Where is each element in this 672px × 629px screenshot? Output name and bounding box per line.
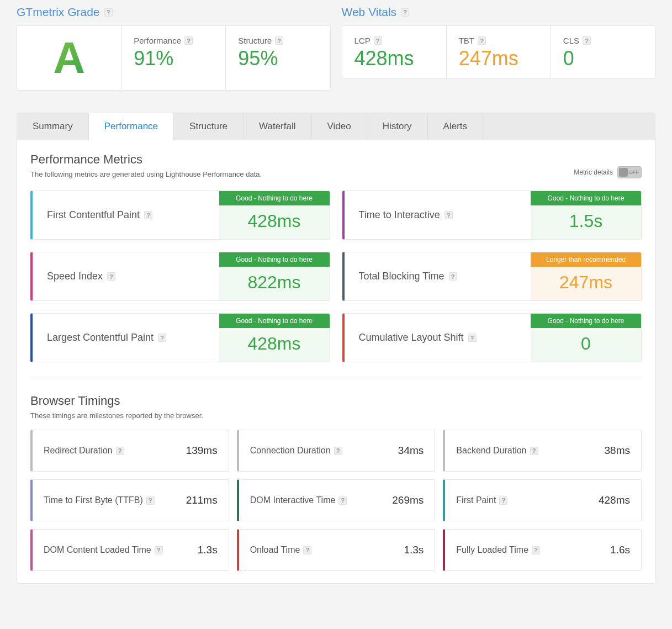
help-icon[interactable]: ? — [184, 36, 193, 45]
metric-left: Time to Interactive ? — [345, 191, 531, 239]
metric-card[interactable]: Largest Contentful Paint ?Good - Nothing… — [30, 313, 330, 362]
grade-card: A Performance ? 91% Structure ? 95% — [17, 25, 331, 91]
browser-timing-label: Connection Duration ? — [250, 446, 342, 456]
browser-timing-label: First Paint ? — [456, 495, 507, 505]
tab-performance[interactable]: Performance — [89, 113, 174, 140]
browser-timing-name: First Paint — [456, 495, 496, 505]
browser-timings-grid: Redirect Duration ?139msConnection Durat… — [30, 430, 642, 571]
cls-value: 0 — [563, 49, 643, 68]
vitals-title-text: Web Vitals — [342, 6, 397, 19]
metric-name: First Contentful Paint ? — [47, 209, 152, 221]
perf-metrics-sub: The following metrics are generated usin… — [30, 170, 262, 178]
browser-timing-card[interactable]: DOM Content Loaded Time ?1.3s — [30, 529, 229, 571]
metric-card[interactable]: Total Blocking Time ?Longer than recomme… — [342, 252, 642, 301]
browser-timing-card[interactable]: Redirect Duration ?139ms — [30, 430, 229, 472]
help-icon[interactable]: ? — [155, 546, 163, 554]
cls-label: CLS ? — [563, 36, 643, 45]
metric-name: Time to Interactive ? — [359, 209, 453, 221]
browser-timing-label: Redirect Duration ? — [44, 446, 124, 456]
metric-status: Good - Nothing to do here — [531, 314, 641, 328]
help-icon[interactable]: ? — [401, 8, 409, 17]
lcp-label-text: LCP — [354, 36, 371, 45]
metric-value: 247ms — [531, 267, 641, 300]
help-icon[interactable]: ? — [158, 334, 166, 342]
tab-history[interactable]: History — [367, 113, 428, 140]
tab-summary[interactable]: Summary — [17, 113, 89, 140]
browser-timing-value: 211ms — [186, 494, 218, 506]
tab-alerts[interactable]: Alerts — [428, 113, 483, 140]
help-icon[interactable]: ? — [449, 272, 457, 281]
metric-details-toggle[interactable]: OFF — [617, 166, 642, 178]
metric-right: Good - Nothing to do here428ms — [219, 191, 330, 239]
help-icon[interactable]: ? — [583, 36, 591, 45]
help-icon[interactable]: ? — [374, 36, 382, 45]
lcp-value: 428ms — [354, 49, 434, 68]
browser-timing-name: DOM Interactive Time — [250, 495, 336, 505]
help-icon[interactable]: ? — [338, 496, 347, 505]
tab-bar: Summary Performance Structure Waterfall … — [17, 113, 655, 140]
browser-timings-heading: Browser Timings — [30, 394, 642, 408]
structure-label: Structure ? — [238, 36, 318, 45]
tbt-label-text: TBT — [459, 36, 474, 45]
performance-label-text: Performance — [134, 36, 181, 45]
perf-metrics-header: Performance Metrics The following metric… — [30, 152, 642, 178]
metric-left: First Contentful Paint ? — [33, 191, 219, 239]
metric-name: Cumulative Layout Shift ? — [359, 332, 477, 343]
help-icon[interactable]: ? — [104, 8, 113, 17]
browser-timing-value: 269ms — [392, 494, 424, 506]
grade-title: GTmetrix Grade ? — [17, 6, 331, 19]
metric-name: Largest Contentful Paint ? — [47, 332, 166, 343]
help-icon[interactable]: ? — [530, 447, 538, 455]
top-summary-row: GTmetrix Grade ? A Performance ? 91% Str… — [17, 6, 655, 91]
metric-card[interactable]: Cumulative Layout Shift ?Good - Nothing … — [342, 313, 642, 362]
browser-timing-name: Redirect Duration — [44, 446, 113, 456]
panel-content: Performance Metrics The following metric… — [17, 140, 655, 583]
browser-timing-card[interactable]: Connection Duration ?34ms — [237, 430, 436, 472]
help-icon[interactable]: ? — [445, 211, 453, 219]
metric-details-toggle-wrap: Metric details OFF — [574, 166, 642, 178]
metric-card[interactable]: First Contentful Paint ?Good - Nothing t… — [30, 191, 330, 240]
tab-video[interactable]: Video — [312, 113, 367, 140]
vitals-card: LCP ? 428ms TBT ? 247ms CLS ? 0 — [342, 25, 656, 79]
structure-cell: Structure ? 95% — [226, 26, 330, 90]
grade-letter-cell: A — [17, 26, 121, 90]
browser-timing-card[interactable]: Backend Duration ?38ms — [443, 430, 642, 472]
browser-timing-value: 1.3s — [404, 544, 424, 556]
metric-status: Good - Nothing to do here — [219, 252, 330, 267]
help-icon[interactable]: ? — [146, 496, 155, 505]
structure-value: 95% — [238, 49, 318, 68]
browser-timing-name: Connection Duration — [250, 446, 331, 456]
metric-value: 0 — [531, 328, 641, 362]
help-icon[interactable]: ? — [275, 36, 283, 45]
metric-name-text: Total Blocking Time — [359, 271, 445, 282]
help-icon[interactable]: ? — [116, 447, 124, 455]
metric-name-text: Cumulative Layout Shift — [359, 332, 464, 343]
browser-timing-label: Backend Duration ? — [456, 446, 538, 456]
help-icon[interactable]: ? — [334, 447, 342, 455]
browser-timing-card[interactable]: Time to First Byte (TTFB) ?211ms — [30, 479, 229, 521]
metric-name-text: Largest Contentful Paint — [47, 332, 154, 343]
browser-timing-card[interactable]: Fully Loaded Time ?1.6s — [443, 529, 642, 571]
help-icon[interactable]: ? — [303, 546, 311, 554]
tab-waterfall[interactable]: Waterfall — [244, 113, 311, 140]
browser-timing-card[interactable]: Onload Time ?1.3s — [237, 529, 436, 571]
lcp-cell: LCP ? 428ms — [342, 26, 447, 78]
metric-value: 428ms — [219, 328, 330, 362]
performance-label: Performance ? — [134, 36, 213, 45]
help-icon[interactable]: ? — [499, 496, 507, 505]
help-icon[interactable]: ? — [468, 334, 477, 342]
metric-right: Good - Nothing to do here428ms — [219, 314, 330, 362]
metric-card[interactable]: Speed Index ?Good - Nothing to do here82… — [30, 252, 330, 301]
help-icon[interactable]: ? — [478, 36, 486, 45]
tab-structure[interactable]: Structure — [174, 113, 244, 140]
grade-letter: A — [53, 36, 85, 80]
help-icon[interactable]: ? — [532, 546, 540, 554]
browser-timing-card[interactable]: DOM Interactive Time ?269ms — [237, 479, 436, 521]
browser-timing-card[interactable]: First Paint ?428ms — [443, 479, 642, 521]
browser-timing-value: 34ms — [398, 445, 424, 457]
metric-left: Speed Index ? — [33, 252, 219, 300]
help-icon[interactable]: ? — [107, 272, 115, 281]
metric-card[interactable]: Time to Interactive ?Good - Nothing to d… — [342, 191, 642, 240]
browser-timings-header: Browser Timings These timings are milest… — [30, 394, 642, 420]
help-icon[interactable]: ? — [144, 211, 152, 219]
